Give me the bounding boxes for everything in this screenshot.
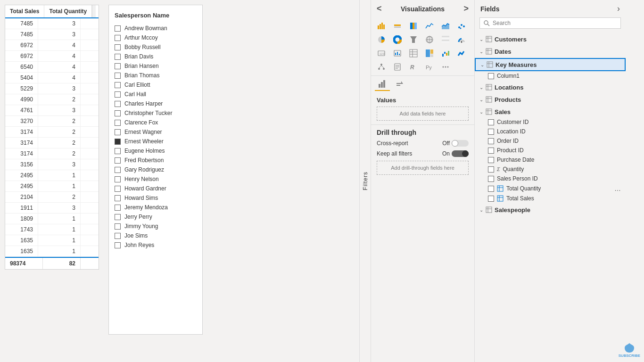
salesperson-checkbox[interactable] xyxy=(115,44,121,50)
build-visual-tab[interactable] xyxy=(375,78,390,91)
salesperson-checkbox[interactable] xyxy=(115,186,121,192)
salesperson-checkbox[interactable] xyxy=(115,233,121,239)
field-checkbox[interactable] xyxy=(488,166,494,173)
fields-search-input[interactable] xyxy=(493,20,617,26)
table-body[interactable]: 7485 3 7485 3 6972 4 6972 4 6540 4 5404 … xyxy=(5,18,99,257)
salesperson-item[interactable]: John Reyes xyxy=(109,240,202,250)
field-item-order-id[interactable]: Order ID xyxy=(475,136,626,146)
salesperson-item[interactable]: Jimmy Young xyxy=(109,222,202,231)
salesperson-checkbox[interactable] xyxy=(115,205,121,211)
viz-icon-area[interactable] xyxy=(439,19,452,33)
salesperson-checkbox[interactable] xyxy=(115,129,121,135)
salesperson-checkbox[interactable] xyxy=(115,54,121,60)
salesperson-item[interactable]: Bobby Russell xyxy=(109,42,202,52)
viz-icon-ai-visual[interactable]: R xyxy=(407,60,420,74)
viz-icon-ribbon[interactable] xyxy=(455,47,468,60)
salesperson-item[interactable]: Christopher Tucker xyxy=(109,108,202,118)
field-checkbox[interactable] xyxy=(488,73,494,79)
salesperson-checkbox[interactable] xyxy=(115,148,121,154)
salesperson-checkbox[interactable] xyxy=(115,176,121,182)
add-drill-field[interactable]: Add drill-through fields here xyxy=(377,161,469,175)
viz-icon-bar[interactable] xyxy=(375,19,388,33)
salesperson-item[interactable]: Howard Sims xyxy=(109,193,202,203)
format-tab[interactable] xyxy=(392,78,407,91)
viz-icon-stacked-bar[interactable] xyxy=(407,19,420,33)
cross-report-track[interactable] xyxy=(452,140,469,147)
salesperson-checkbox[interactable] xyxy=(115,110,121,116)
salesperson-item[interactable]: Carl Hall xyxy=(109,90,202,99)
salesperson-item[interactable]: Brian Hansen xyxy=(109,61,202,71)
viz-icon-line[interactable] xyxy=(423,19,436,33)
field-checkbox[interactable] xyxy=(488,186,494,192)
field-item-quantity[interactable]: Σ Quantity xyxy=(475,165,626,174)
field-item-total-sales[interactable]: Total Sales xyxy=(475,194,626,203)
field-group-header-sales[interactable]: ⌄ Sales xyxy=(475,106,626,117)
viz-icon-waterfall[interactable] xyxy=(439,47,452,60)
viz-icon-map[interactable] xyxy=(423,33,436,46)
salesperson-item[interactable]: Andrew Bowman xyxy=(109,24,202,33)
salesperson-list[interactable]: Salesperson Name Andrew Bowman Arthur Mc… xyxy=(108,5,203,335)
salesperson-item[interactable]: Joe Sims xyxy=(109,231,202,240)
viz-icon-table[interactable] xyxy=(407,47,420,60)
salesperson-checkbox[interactable] xyxy=(115,167,121,173)
salesperson-checkbox[interactable] xyxy=(115,223,121,230)
keep-filters-toggle[interactable]: On xyxy=(442,150,469,157)
viz-icon-kpi[interactable] xyxy=(391,47,404,60)
field-checkbox[interactable] xyxy=(488,119,494,125)
salesperson-checkbox[interactable] xyxy=(115,101,121,107)
field-checkbox[interactable] xyxy=(488,138,494,144)
viz-icon-decomp[interactable] xyxy=(375,60,388,74)
field-item-product-id[interactable]: Product ID xyxy=(475,146,626,155)
salesperson-checkbox[interactable] xyxy=(115,25,121,32)
salesperson-checkbox[interactable] xyxy=(115,35,121,41)
field-group-header-key-measures[interactable]: ⌄ Key Measures xyxy=(475,58,626,71)
field-group-header-locations[interactable]: ⌄ Locations xyxy=(475,82,626,93)
viz-icon-treemap[interactable] xyxy=(423,47,436,60)
salesperson-checkbox[interactable] xyxy=(115,195,121,201)
viz-arrow-left[interactable]: < xyxy=(377,4,382,14)
salesperson-checkbox[interactable] xyxy=(115,91,121,98)
field-checkbox[interactable] xyxy=(488,129,494,135)
salesperson-item[interactable]: Henry Nelson xyxy=(109,174,202,184)
viz-icon-funnel[interactable] xyxy=(407,33,420,46)
viz-icon-pie[interactable] xyxy=(375,33,388,46)
salesperson-item[interactable]: Fred Robertson xyxy=(109,156,202,165)
salesperson-checkbox[interactable] xyxy=(115,120,121,126)
salesperson-checkbox[interactable] xyxy=(115,139,121,145)
field-group-header-salespeople[interactable]: ⌄ Salespeople xyxy=(475,204,626,215)
field-checkbox[interactable] xyxy=(488,157,494,163)
salesperson-item[interactable]: Brian Davis xyxy=(109,52,202,61)
viz-icon-more[interactable] xyxy=(439,60,452,74)
viz-icon-gauge[interactable] xyxy=(455,33,468,46)
viz-icon-matrix[interactable] xyxy=(439,33,452,46)
salesperson-checkbox[interactable] xyxy=(115,82,121,88)
salesperson-item[interactable]: Charles Harper xyxy=(109,99,202,108)
field-item-total-quantity[interactable]: Total Quantity … xyxy=(475,183,626,194)
more-options[interactable]: … xyxy=(614,185,621,192)
viz-icon-card[interactable]: 123 xyxy=(375,47,388,60)
field-group-header-dates[interactable]: ⌄ Dates xyxy=(475,46,626,57)
viz-icon-column[interactable] xyxy=(391,19,404,33)
field-checkbox[interactable] xyxy=(488,176,494,182)
viz-icon-donut[interactable] xyxy=(391,33,404,46)
salesperson-item[interactable]: Jerry Perry xyxy=(109,212,202,222)
salesperson-checkbox[interactable] xyxy=(115,73,121,79)
field-item-location-id[interactable]: Location ID xyxy=(475,127,626,136)
viz-arrow-right[interactable]: > xyxy=(463,4,469,14)
salesperson-checkbox[interactable] xyxy=(115,242,121,248)
salesperson-item[interactable]: Ernest Wagner xyxy=(109,127,202,137)
keep-filters-track[interactable] xyxy=(452,150,469,157)
salesperson-item[interactable]: Howard Gardner xyxy=(109,184,202,193)
salesperson-checkbox[interactable] xyxy=(115,214,121,220)
fields-arrow-right[interactable]: › xyxy=(617,4,620,14)
field-checkbox[interactable] xyxy=(488,196,494,202)
viz-icon-python[interactable]: Py xyxy=(423,60,436,74)
field-item-purchase-date[interactable]: Purchase Date xyxy=(475,155,626,165)
salesperson-checkbox[interactable] xyxy=(115,63,121,69)
field-checkbox[interactable] xyxy=(488,148,494,154)
viz-icon-scatter[interactable] xyxy=(455,19,468,33)
field-group-header-customers[interactable]: ⌄ Customers xyxy=(475,33,626,45)
salesperson-item[interactable]: Eugene Holmes xyxy=(109,146,202,156)
fields-search-box[interactable] xyxy=(479,17,621,29)
filters-tab[interactable]: Filters xyxy=(359,0,371,362)
